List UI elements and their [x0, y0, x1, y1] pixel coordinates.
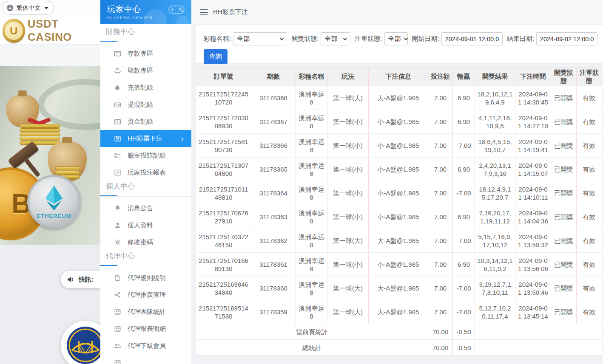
sidebar-item-withdraw-hand[interactable]: 取款專區: [100, 62, 191, 79]
sidebar-item-newspaper[interactable]: 代理團隊統計: [100, 303, 191, 320]
table-row: 215217251710114881031178364澳洲幸运8第一球(小)小-…: [196, 181, 602, 205]
sidebar-item-wallet[interactable]: 提現記錄: [100, 96, 191, 113]
cell-win-loss: -7.00: [453, 300, 475, 324]
sidebar-item-gear[interactable]: 修改密碼: [100, 234, 191, 251]
sidebar-item-newspaper[interactable]: 代理報表明細: [100, 320, 191, 337]
table-row: 215217251706762791031178363澳洲幸运8第一球(小)小-…: [196, 205, 602, 229]
cell-draw-result: 5,12,7,10,20,11,17,4: [475, 300, 515, 324]
deposit-card-icon: [114, 50, 121, 57]
cell-bet-time: 2024-09-01 14:27:10: [515, 110, 551, 134]
hamburger-icon[interactable]: [200, 9, 208, 15]
withdraw-hand-icon: [114, 67, 121, 74]
end-date-input[interactable]: [536, 32, 597, 45]
cell-draw-status: 已開獎: [551, 205, 577, 229]
sidebar-item-members[interactable]: 代理下級會員: [100, 337, 191, 354]
table-row: 215217251715819073031178366澳洲幸运8第一球(小)小-…: [196, 134, 602, 158]
lottery-name-select[interactable]: 全部: [233, 32, 287, 45]
filter-panel: 彩種名稱: 全部 開獎狀態: 全部 注單狀態: 全部 開始日期: 結束日期:: [196, 24, 603, 64]
section-title: 個人中心: [100, 181, 191, 192]
ethereum-label: ETHEREUM: [37, 213, 71, 219]
cell-draw-status: 已開獎: [551, 253, 577, 277]
left-decor-panel: 繁体中文 U USDT CASINO B ETHEREUM: [0, 0, 100, 364]
order-status-select[interactable]: 全部: [384, 32, 408, 45]
lottery-name-label: 彩種名稱:: [204, 35, 231, 43]
search-button[interactable]: 查詢: [204, 49, 228, 64]
cell-draw-status: 已開獎: [551, 110, 577, 134]
cell-order-no: 2152172517130704800: [196, 158, 251, 181]
sidebar-item-label: 資金記錄: [128, 118, 153, 126]
cell-period: 31178367: [251, 110, 296, 134]
table-row: 215217251722451072031178368澳洲幸运8第一球(大)大-…: [196, 86, 602, 110]
sidebar-item-person[interactable]: 個人資料: [100, 217, 191, 234]
speaker-icon: [67, 276, 75, 283]
end-date-label: 結束日期:: [507, 35, 534, 43]
sidebar-item-label: 代理推廣管理: [128, 291, 166, 299]
summary-bet-amount: 70.00: [428, 340, 453, 356]
summary-label: 總統計: [196, 340, 428, 356]
sidebar-item-ticket-list[interactable]: HH彩票下注›: [100, 130, 191, 147]
sidebar-item-bell[interactable]: 消息公告: [100, 200, 191, 217]
avatar[interactable]: [61, 321, 100, 364]
cell-order-status: 有效: [577, 110, 602, 134]
gear-icon: [114, 238, 121, 246]
top-bar: HH彩票下注: [191, 0, 603, 24]
sidebar-section: 個人中心消息公告個人資料修改密碼: [100, 181, 191, 251]
cell-period: 31178360: [251, 277, 296, 300]
cell-order-status: 有效: [577, 86, 602, 110]
bets-table: 訂單號期數彩種名稱玩法下注信息投注額輸贏開獎結果下注時間開獎狀態注單狀態 215…: [196, 67, 602, 356]
cell-bet-time: 2024-09-01 14:15:07: [515, 158, 551, 181]
sidebar-item-label: 消息公告: [128, 204, 153, 212]
cell-lottery-name: 澳洲幸运8: [296, 300, 327, 324]
page-title: HH彩票下注: [213, 8, 248, 16]
page: 繁体中文 U USDT CASINO B ETHEREUM: [0, 0, 603, 364]
cell-draw-result: 18,12,4,9,15,17,20,7: [475, 181, 515, 205]
section-title: 代理中心: [100, 251, 191, 262]
cell-bet-amount: 7.00: [428, 181, 453, 205]
cell-bet-info: 小-A盤@1.985: [369, 134, 428, 158]
newspaper-icon: [114, 359, 121, 364]
sidebar-item-newspaper[interactable]: [100, 354, 191, 364]
section-underline: [100, 265, 191, 266]
sidebar-item-deposit-card[interactable]: 存款專區: [100, 45, 191, 62]
cell-play-type: 第一球(大): [327, 300, 369, 324]
sidebar-item-share[interactable]: 代理推廣管理: [100, 286, 191, 303]
col-lottery-name: 彩種名稱: [296, 68, 327, 86]
ticket-list-icon: [114, 135, 121, 142]
cell-draw-result: 18,6,4,5,15,19,10,7: [475, 134, 515, 158]
cell-bet-amount: 7.00: [428, 158, 453, 181]
table-row: 215217251720300693031178367澳洲幸运8第一球(小)小-…: [196, 110, 602, 134]
col-order-status: 注單狀態: [577, 68, 602, 86]
cell-bet-info: 大-A盤@1.985: [369, 277, 428, 300]
summary-row: 當前頁統計70.00-0.50: [196, 324, 602, 340]
sidebar-item-label: HH彩票下注: [128, 135, 162, 143]
start-date-label: 開始日期:: [412, 35, 439, 43]
sidebar-item-label: 充值記錄: [128, 84, 153, 92]
person-icon: [114, 221, 121, 229]
cell-order-no: 2152172517016689130: [196, 253, 251, 277]
cell-play-type: 第一球(小): [327, 134, 369, 158]
sidebar-item-funds[interactable]: 資金記錄: [100, 113, 191, 130]
sidebar-item-label: 玩家投注報表: [128, 169, 166, 177]
col-bet-amount: 投注額: [428, 68, 453, 86]
cell-play-type: 第一球(大): [327, 229, 369, 253]
sidebar-item-label: 個人資料: [128, 221, 153, 229]
cell-order-status: 有效: [577, 134, 602, 158]
draw-status-select[interactable]: 全部: [321, 32, 350, 45]
bell-icon: [114, 204, 121, 212]
cell-order-status: 有效: [577, 229, 602, 253]
start-date-input[interactable]: [441, 32, 503, 45]
table-row: 215217251713070480031178365澳洲幸运8第一球(小)小-…: [196, 158, 602, 181]
gavel-decor: [8, 141, 39, 169]
sidebar-item-moneybag[interactable]: 充值記錄: [100, 79, 191, 96]
cell-period: 31178362: [251, 229, 296, 253]
cell-lottery-name: 澳洲幸运8: [296, 86, 327, 110]
cell-win-loss: -7.00: [453, 277, 475, 300]
order-status-label: 注單狀態:: [355, 35, 382, 43]
language-selector[interactable]: 繁体中文: [2, 1, 54, 15]
wallet-icon: [114, 101, 121, 108]
sidebar-item-room-records[interactable]: 廳室投註記錄: [100, 147, 191, 164]
table-row: 215217251698463484031178360澳洲幸运8第一球(大)大-…: [196, 277, 602, 300]
sidebar-item-report[interactable]: 玩家投注報表: [100, 164, 191, 181]
cell-win-loss: 6.90: [453, 110, 475, 134]
sidebar-item-document[interactable]: 代理規則說明: [100, 269, 191, 286]
